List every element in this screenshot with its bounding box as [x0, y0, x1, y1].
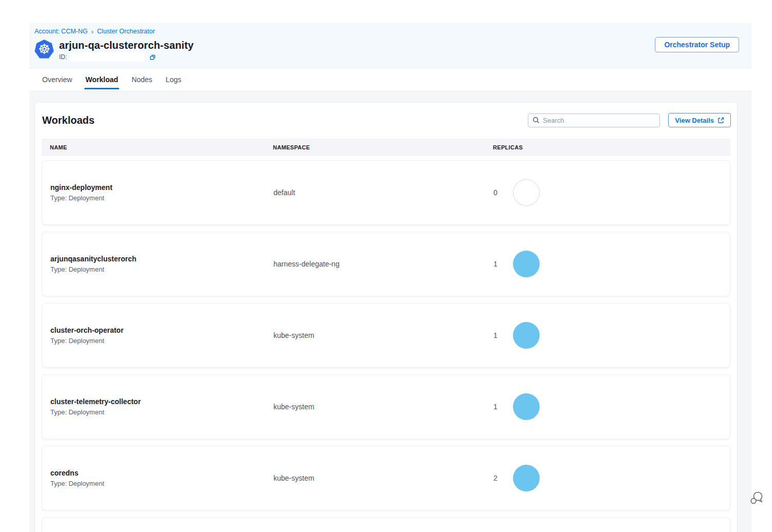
workload-replicas-cell: 2 — [493, 465, 730, 491]
workload-namespace: kube-system — [273, 403, 493, 411]
tab-workload[interactable]: Workload — [85, 68, 118, 91]
replica-status-circle — [513, 179, 540, 206]
workloads-card: Workloads View Details — [35, 103, 737, 532]
search-icon — [532, 117, 540, 124]
header-actions: View Details — [528, 113, 731, 127]
workload-name-cell: nginx-deploymentType: Deployment — [50, 183, 273, 202]
workload-name: cluster-telemetry-collector — [50, 397, 273, 406]
tab-bar: OverviewWorkloadNodesLogs — [29, 68, 751, 91]
workload-replicas-cell: 1 — [493, 322, 730, 349]
replica-count: 2 — [493, 474, 498, 482]
workload-type: Type: Deployment — [50, 337, 273, 345]
cluster-id-redacted-value — [69, 52, 144, 62]
tab-label: Nodes — [132, 75, 152, 84]
active-tab-underline — [84, 88, 119, 89]
title-row: ☸ arjun-qa-clusterorch-sanity ID: — [34, 40, 751, 62]
workload-name: arjunqasanityclusterorch — [50, 255, 273, 263]
tab-nodes[interactable]: Nodes — [132, 68, 152, 91]
replica-count: 1 — [493, 260, 498, 268]
copy-icon[interactable] — [149, 53, 156, 61]
breadcrumb-account-link[interactable]: Account: CCM-NG — [34, 28, 88, 35]
replica-status-circle — [513, 393, 540, 420]
orchestrator-setup-button[interactable]: Orchestrator Setup — [655, 37, 739, 52]
kubernetes-icon: ☸ — [34, 40, 54, 59]
kubernetes-glyph: ☸ — [38, 43, 50, 56]
replica-count: 1 — [493, 331, 498, 339]
replica-status-circle — [513, 465, 540, 491]
tab-overview[interactable]: Overview — [42, 68, 72, 91]
workload-name-cell: arjunqasanityclusterorchType: Deployment — [50, 255, 273, 273]
workload-name: nginx-deployment — [50, 183, 273, 192]
workload-type: Type: Deployment — [50, 194, 273, 202]
workload-name-cell: corednsType: Deployment — [50, 469, 273, 487]
workload-namespace: kube-system — [273, 331, 493, 339]
workloads-title: Workloads — [42, 115, 95, 126]
workload-name: cluster-orch-operator — [50, 326, 273, 334]
page-title: arjun-qa-clusterorch-sanity — [59, 40, 194, 51]
tab-logs[interactable]: Logs — [166, 68, 181, 91]
table-header: NAME NAMESPACE REPLICAS — [42, 139, 730, 156]
table-row[interactable]: cluster-telemetry-collectorType: Deploym… — [42, 374, 730, 439]
table-row[interactable]: nginx-deploymentType: Deploymentdefault0 — [42, 160, 730, 225]
cluster-id-label: ID: — [59, 53, 67, 61]
workload-name-cell: cluster-telemetry-collectorType: Deploym… — [50, 397, 273, 416]
workload-name-cell: cluster-orch-operatorType: Deployment — [50, 326, 273, 345]
view-details-button[interactable]: View Details — [668, 113, 731, 127]
search-box — [528, 113, 660, 127]
workloads-table-body: nginx-deploymentType: Deploymentdefault0… — [35, 160, 737, 510]
search-input[interactable] — [543, 117, 655, 124]
workload-type: Type: Deployment — [50, 265, 273, 273]
workload-replicas-cell: 0 — [493, 179, 730, 206]
breadcrumb-cluster-orchestrator-link[interactable]: Cluster Orchestrator — [97, 28, 155, 35]
replica-status-circle — [513, 322, 540, 349]
external-link-icon — [718, 117, 724, 124]
breadcrumb: Account: CCM-NG › Cluster Orchestrator — [34, 28, 751, 35]
workload-type: Type: Deployment — [50, 480, 273, 487]
table-row[interactable]: corednsType: Deploymentkube-system2 — [42, 446, 730, 510]
content-area: Workloads View Details — [29, 91, 751, 532]
chat-icon[interactable] — [749, 490, 765, 507]
workload-namespace: default — [273, 188, 493, 197]
workload-replicas-cell: 1 — [493, 393, 730, 420]
replica-count: 0 — [493, 188, 498, 197]
column-header-name: NAME — [50, 144, 273, 150]
column-header-namespace: NAMESPACE — [273, 144, 493, 150]
workloads-card-header: Workloads View Details — [35, 103, 737, 139]
workload-name: coredns — [50, 469, 273, 477]
tab-label: Workload — [85, 75, 118, 84]
table-row[interactable]: arjunqasanityclusterorchType: Deployment… — [42, 232, 730, 296]
table-row[interactable]: cluster-orch-operatorType: Deploymentkub… — [42, 303, 730, 368]
replica-status-circle — [513, 251, 540, 277]
view-details-label: View Details — [675, 117, 714, 124]
workload-namespace: harness-delegate-ng — [273, 260, 493, 268]
title-block: arjun-qa-clusterorch-sanity ID: — [59, 40, 194, 62]
tab-label: Overview — [42, 75, 72, 84]
app-viewport: Account: CCM-NG › Cluster Orchestrator ☸… — [29, 23, 751, 532]
table-row-partial[interactable] — [42, 517, 730, 532]
page-header: Account: CCM-NG › Cluster Orchestrator ☸… — [29, 23, 751, 68]
replica-count: 1 — [493, 403, 498, 411]
workload-namespace: kube-system — [273, 474, 493, 482]
column-header-replicas: REPLICAS — [493, 144, 730, 150]
breadcrumb-chevron-icon: › — [91, 28, 94, 35]
cluster-id-row: ID: — [59, 52, 194, 62]
workload-replicas-cell: 1 — [493, 251, 730, 277]
workload-type: Type: Deployment — [50, 408, 273, 416]
tab-label: Logs — [166, 75, 181, 84]
